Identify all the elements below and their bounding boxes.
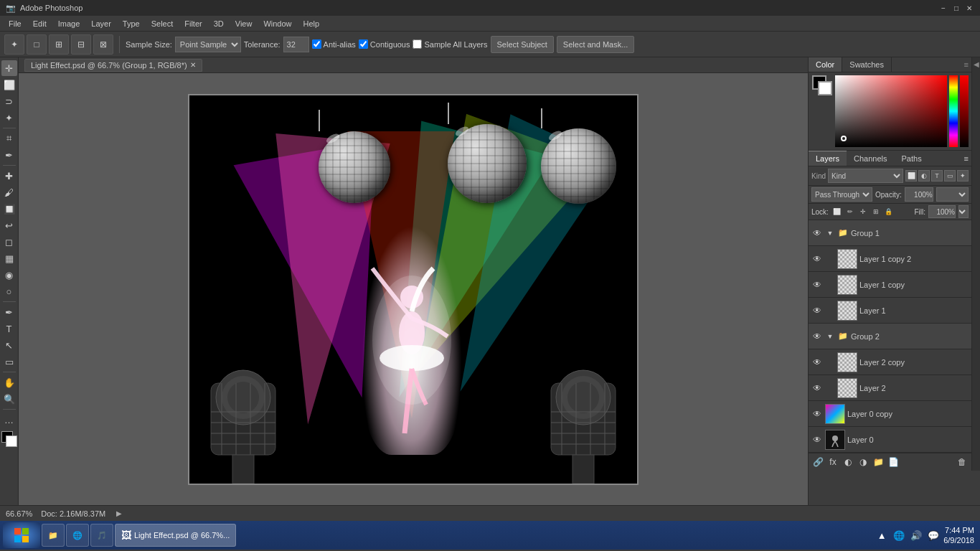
tray-network-icon[interactable]: 🌐 <box>892 528 906 542</box>
alpha-slider[interactable] <box>960 75 969 147</box>
contiguous-checkbox[interactable] <box>359 39 368 49</box>
history-brush-tool[interactable]: ↩ <box>1 217 17 233</box>
layer-1[interactable]: 👁 Layer 1 <box>809 298 971 324</box>
taskbar-edge[interactable]: 🌐 <box>66 524 89 547</box>
panel-collapse-button[interactable]: ◀ <box>971 57 980 471</box>
layer-1copy[interactable]: 👁 Layer 1 copy <box>809 272 971 298</box>
opacity-input[interactable] <box>905 187 933 202</box>
menu-window[interactable]: Window <box>258 18 297 29</box>
menu-edit[interactable]: Edit <box>27 18 52 29</box>
hand-tool[interactable]: ✋ <box>1 375 17 390</box>
blur-tool[interactable]: ◉ <box>1 267 17 283</box>
layer-0-visibility[interactable]: 👁 <box>811 434 823 446</box>
magic-wand-tool[interactable]: ✦ <box>1 110 17 126</box>
tray-arrow[interactable]: ▲ <box>875 528 889 542</box>
shape-tool[interactable]: ▭ <box>1 354 17 369</box>
gradient-picker[interactable] <box>835 75 947 147</box>
anti-alias-checkbox[interactable] <box>312 39 321 49</box>
marquee-tool[interactable]: ⬜ <box>1 77 17 93</box>
type-tool[interactable]: T <box>1 321 17 336</box>
layer-1copy2-visibility[interactable]: 👁 <box>811 253 823 265</box>
close-button[interactable]: ✕ <box>964 3 974 13</box>
layer-group1-visibility[interactable]: 👁 <box>811 227 823 239</box>
menu-type[interactable]: Type <box>117 18 146 29</box>
zoom-tool[interactable]: 🔍 <box>1 391 17 407</box>
brush-tool[interactable]: 🖌 <box>1 184 17 200</box>
channels-tab[interactable]: Channels <box>847 151 894 166</box>
system-clock[interactable]: 7:44 PM 6/9/2018 <box>943 525 974 546</box>
fill-input[interactable] <box>928 205 956 218</box>
layer-group1[interactable]: 👁 ▼ 📁 Group 1 <box>809 220 971 246</box>
status-arrow[interactable]: ▶ <box>114 509 124 519</box>
select-subject-button[interactable]: Select Subject <box>491 36 554 53</box>
background-color-swatch[interactable] <box>818 81 832 95</box>
layer-group1-expand[interactable]: ▼ <box>825 228 835 238</box>
layer-0copy-visibility[interactable]: 👁 <box>811 408 823 420</box>
add-style-button[interactable]: fx <box>826 456 839 468</box>
menu-3d[interactable]: 3D <box>208 18 230 29</box>
lock-transparent-icon[interactable]: ⬜ <box>831 206 843 217</box>
close-document-tab[interactable]: ✕ <box>190 61 196 69</box>
layer-1copy2[interactable]: 👁 Layer 1 copy 2 <box>809 246 971 272</box>
taskbar-media[interactable]: 🎵 <box>90 524 113 547</box>
document-tab[interactable]: Light Effect.psd @ 66.7% (Group 1, RGB/8… <box>24 59 202 72</box>
layer-1-visibility[interactable]: 👁 <box>811 305 823 316</box>
subtract-selection-btn[interactable]: ⊟ <box>71 34 91 55</box>
layer-group2-visibility[interactable]: 👁 <box>811 331 823 342</box>
select-and-mask-button[interactable]: Select and Mask... <box>557 36 635 53</box>
new-selection-btn[interactable]: □ <box>27 34 47 55</box>
new-layer-button[interactable]: 📄 <box>887 456 900 468</box>
menu-help[interactable]: Help <box>298 18 326 29</box>
layer-group2[interactable]: 👁 ▼ 📁 Group 2 <box>809 324 971 349</box>
new-fill-layer-button[interactable]: ◑ <box>857 456 870 468</box>
layer-0copy[interactable]: 👁 Layer 0 copy <box>809 401 971 427</box>
layer-2copy[interactable]: 👁 Layer 2 copy <box>809 349 971 375</box>
color-panel-options[interactable]: ≡ <box>964 60 971 69</box>
layer-group2-expand[interactable]: ▼ <box>825 331 835 342</box>
pen-tool[interactable]: ✒ <box>1 304 17 320</box>
minimize-button[interactable]: − <box>938 3 948 13</box>
lock-brush-icon[interactable]: ✏ <box>844 206 856 217</box>
menu-layer[interactable]: Layer <box>85 18 117 29</box>
tray-notification-icon[interactable]: 💬 <box>926 528 941 542</box>
layer-2copy-visibility[interactable]: 👁 <box>811 357 823 368</box>
add-selection-btn[interactable]: ⊞ <box>49 34 69 55</box>
taskbar-file-explorer[interactable]: 📁 <box>42 524 65 547</box>
taskbar-photoshop[interactable]: 🖼 Light Effect.psd @ 66.7%... <box>115 524 236 547</box>
layer-0[interactable]: 👁 Layer 0 <box>809 427 971 453</box>
layers-tab[interactable]: Layers <box>809 151 847 166</box>
artwork-canvas[interactable] <box>188 94 639 485</box>
filter-shape-icon[interactable]: ▭ <box>944 170 956 182</box>
color-gradient-box[interactable] <box>835 75 947 147</box>
tolerance-input[interactable] <box>283 37 309 52</box>
menu-view[interactable]: View <box>230 18 258 29</box>
start-button[interactable] <box>3 522 40 548</box>
menu-select[interactable]: Select <box>146 18 179 29</box>
color-tab[interactable]: Color <box>809 57 842 72</box>
foreground-background-color[interactable] <box>1 431 17 447</box>
blend-mode-select[interactable]: Pass Through <box>811 187 872 202</box>
move-tool[interactable]: ✛ <box>1 60 17 76</box>
lasso-tool[interactable]: ⊃ <box>1 93 17 109</box>
paths-tab[interactable]: Paths <box>895 151 929 166</box>
layers-panel-options[interactable]: ≡ <box>964 154 971 163</box>
healing-tool[interactable]: ✚ <box>1 168 17 184</box>
lock-all-icon[interactable]: 🔒 <box>883 206 895 217</box>
filter-pixel-icon[interactable]: ⬜ <box>905 170 917 182</box>
intersect-selection-btn[interactable]: ⊠ <box>93 34 113 55</box>
delete-layer-button[interactable]: 🗑 <box>956 456 969 468</box>
lock-move-icon[interactable]: ✛ <box>857 206 869 217</box>
sample-size-select[interactable]: Point Sample <box>175 37 241 52</box>
filter-adjust-icon[interactable]: ◐ <box>918 170 930 182</box>
menu-image[interactable]: Image <box>52 18 86 29</box>
eyedropper-tool[interactable]: ✒ <box>1 147 17 163</box>
eraser-tool[interactable]: ◻ <box>1 234 17 250</box>
path-select-tool[interactable]: ↖ <box>1 337 17 353</box>
maximize-button[interactable]: □ <box>951 3 961 13</box>
layer-2-visibility[interactable]: 👁 <box>811 382 823 394</box>
fill-options[interactable] <box>958 205 969 218</box>
swatches-tab[interactable]: Swatches <box>842 57 892 72</box>
magic-wand-btn[interactable]: ✦ <box>4 34 24 55</box>
new-group-button[interactable]: 📁 <box>872 456 885 468</box>
menu-file[interactable]: File <box>3 18 27 29</box>
